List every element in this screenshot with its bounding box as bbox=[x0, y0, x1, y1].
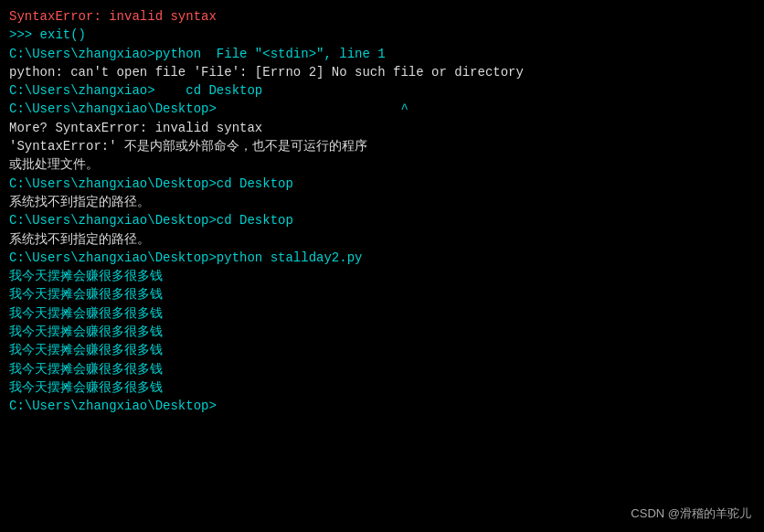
terminal-line: >>> exit() bbox=[9, 26, 755, 44]
terminal-line: C:\Users\zhangxiao\Desktop>python stalld… bbox=[9, 249, 755, 267]
terminal-line: 我今天摆摊会赚很多很多钱 bbox=[9, 341, 755, 359]
terminal-line: 我今天摆摊会赚很多很多钱 bbox=[9, 285, 755, 303]
terminal-line: C:\Users\zhangxiao> cd Desktop bbox=[9, 81, 755, 100]
terminal-line: C:\Users\zhangxiao\Desktop>cd Desktop bbox=[9, 175, 755, 193]
terminal-output: SyntaxError: invalid syntax>>> exit()C:\… bbox=[9, 7, 755, 416]
terminal-line: 或批处理文件。 bbox=[9, 155, 755, 174]
terminal-line: 我今天摆摊会赚很多很多钱 bbox=[9, 323, 755, 341]
terminal-line: 我今天摆摊会赚很多很多钱 bbox=[9, 267, 755, 285]
terminal-line: 系统找不到指定的路径。 bbox=[9, 193, 755, 211]
terminal-line: python: can't open file 'File': [Errno 2… bbox=[9, 63, 755, 81]
watermark: CSDN @滑稽的羊驼儿 bbox=[631, 505, 751, 523]
terminal-line: C:\Users\zhangxiao\Desktop> ^ bbox=[9, 100, 755, 118]
terminal-line: More? SyntaxError: invalid syntax bbox=[9, 119, 755, 137]
terminal-line: C:\Users\zhangxiao>python File "<stdin>"… bbox=[9, 45, 755, 63]
terminal-line: 我今天摆摊会赚很多很多钱 bbox=[9, 378, 755, 397]
terminal-line: 系统找不到指定的路径。 bbox=[9, 230, 755, 249]
terminal-line: 我今天摆摊会赚很多很多钱 bbox=[9, 304, 755, 323]
terminal-line: SyntaxError: invalid syntax bbox=[9, 7, 755, 26]
terminal-window: SyntaxError: invalid syntax>>> exit()C:\… bbox=[0, 0, 764, 532]
terminal-line: C:\Users\zhangxiao\Desktop>cd Desktop bbox=[9, 211, 755, 229]
terminal-line: C:\Users\zhangxiao\Desktop> bbox=[9, 397, 755, 415]
terminal-line: 我今天摆摊会赚很多很多钱 bbox=[9, 360, 755, 378]
terminal-line: 'SyntaxError:' 不是内部或外部命令，也不是可运行的程序 bbox=[9, 137, 755, 155]
